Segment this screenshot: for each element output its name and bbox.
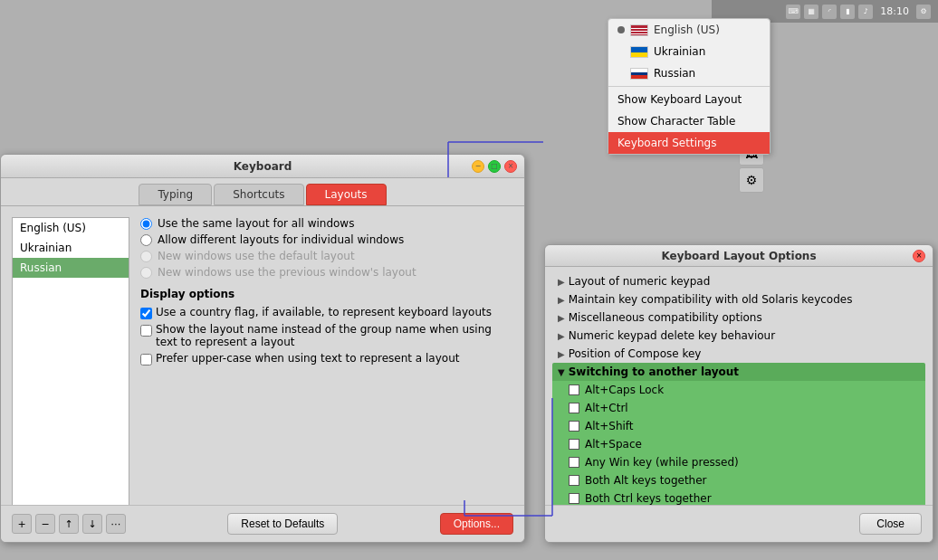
menu-action-keyboard-settings[interactable]: Keyboard Settings	[608, 132, 770, 154]
klo-checkbox-alt-space[interactable]	[569, 439, 579, 450]
klo-window: Keyboard Layout Options × ▶ Layout of nu…	[544, 244, 933, 543]
menu-action-show-char-table-label: Show Character Table	[617, 115, 735, 128]
keyboard-maximize-button[interactable]: □	[488, 160, 501, 173]
tab-typing[interactable]: Typing	[139, 184, 212, 205]
menu-action-show-char-table[interactable]: Show Character Table	[608, 110, 770, 132]
menu-action-show-keyboard-label: Show Keyboard Layout	[617, 93, 742, 106]
klo-content: ▶ Layout of numeric keypad ▶ Maintain ke…	[545, 267, 933, 509]
input-method-menu: English (US) Ukrainian Russian Show Keyb…	[608, 18, 770, 155]
tray-icon-user[interactable]: ♪	[858, 5, 873, 19]
keyboard-window: Keyboard − □ × Typing Shortcuts Layouts …	[0, 154, 525, 543]
checkbox-country-flag-input[interactable]	[140, 308, 152, 319]
tab-shortcuts[interactable]: Shortcuts	[214, 184, 303, 205]
klo-item-solaris-label: Maintain key compatibility with old Sola…	[569, 293, 853, 306]
klo-item-misc-compat[interactable]: ▶ Miscellaneous compatibility options	[552, 308, 925, 327]
checkbox-upper-case[interactable]: Prefer upper-case when using text to rep…	[140, 352, 513, 365]
klo-sub-item-both-alt-label: Both Alt keys together	[585, 474, 707, 487]
checkbox-upper-case-label: Prefer upper-case when using text to rep…	[156, 352, 459, 365]
radio-same-layout-label: Use the same layout for all windows	[158, 217, 354, 230]
keyboard-window-title: Keyboard	[234, 160, 292, 173]
flag-ua-icon	[630, 46, 648, 58]
klo-item-numeric-keypad[interactable]: ▶ Layout of numeric keypad	[552, 272, 925, 290]
flag-ru-icon	[630, 68, 648, 80]
radio-diff-layout[interactable]: Allow different layouts for individual w…	[140, 233, 513, 246]
klo-item-compose-key[interactable]: ▶ Position of Compose key	[552, 345, 925, 363]
radio-new-prev: New windows use the previous window's la…	[140, 266, 513, 279]
menu-item-english-label: English (US)	[654, 24, 720, 36]
radio-same-layout-input[interactable]	[140, 218, 152, 230]
klo-sub-item-alt-space[interactable]: Alt+Space	[552, 435, 925, 453]
klo-sub-item-both-ctrl-label: Both Ctrl keys together	[585, 492, 712, 505]
radio-same-layout[interactable]: Use the same layout for all windows	[140, 217, 513, 230]
layout-item-ukrainian[interactable]: Ukrainian	[13, 238, 129, 258]
klo-sub-item-alt-shift[interactable]: Alt+Shift	[552, 417, 925, 435]
klo-bottom: Close	[545, 505, 933, 542]
klo-item-compose-key-label: Position of Compose key	[569, 347, 702, 360]
klo-triangle-solaris-icon: ▶	[558, 295, 565, 305]
klo-checkbox-both-alt[interactable]	[569, 475, 579, 486]
klo-item-switching-header[interactable]: ▼ Switching to another layout	[552, 363, 925, 381]
selected-dot-icon	[617, 26, 625, 33]
klo-item-solaris[interactable]: ▶ Maintain key compatibility with old So…	[552, 290, 925, 308]
radio-new-default-label: New windows use the default layout	[158, 250, 355, 262]
options-button[interactable]: Options...	[440, 513, 513, 535]
right-icon-btn-4[interactable]: ⚙	[739, 167, 764, 193]
klo-close-action-button[interactable]: Close	[859, 513, 922, 535]
menu-item-russian[interactable]: Russian	[608, 62, 770, 84]
klo-sub-item-alt-caps[interactable]: Alt+Caps Lock	[552, 381, 925, 399]
klo-triangle-compose-icon: ▶	[558, 349, 565, 359]
klo-sub-item-both-alt[interactable]: Both Alt keys together	[552, 471, 925, 489]
menu-item-english[interactable]: English (US)	[608, 19, 770, 41]
keyboard-window-controls: − □ ×	[472, 160, 517, 173]
menu-item-russian-label: Russian	[654, 67, 695, 80]
klo-triangle-numeric-icon: ▶	[558, 277, 565, 287]
tray-icon-battery[interactable]: ▮	[840, 5, 855, 19]
tray-icon-keyboard[interactable]: ⌨	[786, 5, 800, 19]
remove-layout-button[interactable]: −	[35, 514, 55, 534]
checkbox-layout-name-input[interactable]	[140, 325, 152, 337]
checkbox-upper-case-input[interactable]	[140, 354, 152, 365]
klo-checkbox-both-ctrl[interactable]	[569, 493, 579, 504]
tab-layouts[interactable]: Layouts	[306, 184, 387, 205]
klo-item-switching-expanded: ▼ Switching to another layout Alt+Caps L…	[552, 363, 925, 509]
keyboard-tab-bar: Typing Shortcuts Layouts	[1, 178, 524, 206]
checkbox-country-flag[interactable]: Use a country flag, if available, to rep…	[140, 306, 513, 319]
flag-us-icon	[630, 24, 648, 36]
radio-new-prev-label: New windows use the previous window's la…	[158, 266, 416, 279]
radio-diff-layout-label: Allow different layouts for individual w…	[158, 233, 404, 246]
radio-diff-layout-input[interactable]	[140, 234, 152, 246]
add-layout-button[interactable]: +	[12, 514, 32, 534]
tray-icon-network[interactable]: ▦	[804, 5, 818, 19]
klo-checkbox-alt-ctrl[interactable]	[569, 403, 579, 413]
move-down-button[interactable]: ↓	[82, 514, 102, 534]
menu-action-show-keyboard[interactable]: Show Keyboard Layout	[608, 89, 770, 110]
tray-icon-wifi[interactable]: ◜	[822, 5, 837, 19]
klo-sub-item-any-win-label: Any Win key (while pressed)	[585, 456, 739, 469]
klo-checkbox-alt-shift[interactable]	[569, 421, 579, 432]
klo-triangle-misc-icon: ▶	[558, 313, 565, 323]
move-up-button[interactable]: ↑	[59, 514, 79, 534]
reset-defaults-button[interactable]: Reset to Defaults	[227, 513, 338, 535]
radio-new-default-input	[140, 251, 152, 262]
klo-close-button[interactable]: ×	[913, 250, 925, 262]
klo-checkbox-any-win[interactable]	[569, 457, 579, 468]
klo-item-numpad-delete[interactable]: ▶ Numeric keypad delete key behaviour	[552, 327, 925, 345]
menu-divider-1	[608, 86, 770, 87]
radio-new-prev-input	[140, 267, 152, 279]
keyboard-close-button[interactable]: ×	[504, 160, 517, 173]
klo-sub-item-alt-ctrl-label: Alt+Ctrl	[585, 402, 628, 414]
klo-titlebar: Keyboard Layout Options ×	[545, 245, 933, 267]
klo-title: Keyboard Layout Options	[661, 250, 816, 262]
more-button[interactable]: ⋯	[106, 514, 126, 534]
menu-item-ukrainian[interactable]: Ukrainian	[608, 41, 770, 62]
checkbox-layout-name[interactable]: Show the layout name instead of the grou…	[140, 323, 513, 348]
tray-icon-settings[interactable]: ⚙	[916, 5, 931, 19]
layout-item-russian[interactable]: Russian	[13, 258, 129, 278]
keyboard-minimize-button[interactable]: −	[472, 160, 484, 173]
klo-checkbox-alt-caps[interactable]	[569, 384, 579, 395]
klo-item-numpad-delete-label: Numeric keypad delete key behaviour	[569, 329, 775, 342]
klo-sub-item-any-win[interactable]: Any Win key (while pressed)	[552, 453, 925, 471]
layout-item-english[interactable]: English (US)	[13, 218, 129, 238]
klo-triangle-numpad-icon: ▶	[558, 331, 565, 341]
klo-sub-item-alt-ctrl[interactable]: Alt+Ctrl	[552, 399, 925, 417]
